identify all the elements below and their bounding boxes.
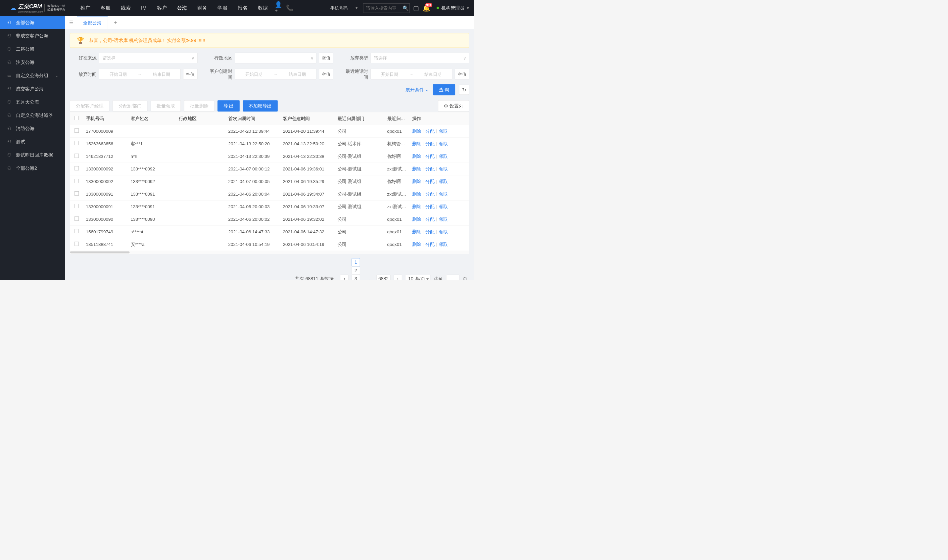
bell-icon[interactable]: 🔔99+ [422, 4, 430, 12]
nav-item-报名[interactable]: 报名 [234, 0, 251, 16]
assign-link[interactable]: 分配 [425, 241, 434, 247]
assign-link[interactable]: 分配 [425, 141, 434, 147]
delete-link[interactable]: 删除 [412, 153, 421, 159]
row-checkbox[interactable] [74, 191, 79, 195]
assign-link[interactable]: 分配 [425, 216, 434, 222]
claim-link[interactable]: 领取 [439, 191, 448, 197]
filter-create-time-range[interactable]: 开始日期~结束日期 [235, 69, 316, 79]
delete-link[interactable]: 删除 [412, 229, 421, 235]
tab-all-public[interactable]: 全部公海 [77, 16, 108, 29]
assign-link[interactable]: 分配 [425, 166, 434, 172]
assign-link[interactable]: 分配 [425, 229, 434, 235]
delete-link[interactable]: 删除 [412, 241, 421, 247]
per-page-select[interactable]: 10 条/页 [405, 275, 430, 280]
assign-link[interactable]: 分配 [425, 178, 434, 185]
sidebar-item[interactable]: ⚇测试昨日回库数据 [0, 148, 65, 162]
filter-source-select[interactable]: 请选择 [99, 52, 197, 63]
user-menu[interactable]: 机构管理员 ▾ [437, 5, 469, 11]
horizontal-scrollbar[interactable] [70, 251, 469, 254]
row-checkbox[interactable] [74, 179, 79, 183]
assign-dept-button[interactable]: 分配到部门 [112, 100, 147, 112]
batch-claim-button[interactable]: 批量领取 [151, 100, 181, 112]
panel-toggle-icon[interactable]: ☰ [67, 18, 75, 26]
claim-link[interactable]: 领取 [439, 216, 448, 222]
select-all-checkbox[interactable] [74, 116, 79, 120]
filter-abandon-time-empty[interactable]: 空值 [183, 69, 197, 79]
filter-abandon-time-range[interactable]: 开始日期~结束日期 [99, 69, 180, 79]
nav-item-公海[interactable]: 公海 [174, 0, 191, 16]
refresh-button[interactable]: ↻ [459, 85, 469, 95]
nav-item-客服[interactable]: 客服 [97, 0, 114, 16]
search-type-select[interactable]: 手机号码 [327, 3, 360, 13]
nav-item-学服[interactable]: 学服 [214, 0, 231, 16]
sidebar-item[interactable]: ⚇消防公海 [0, 122, 65, 135]
add-tab-button[interactable]: ＋ [108, 19, 123, 26]
sidebar-item[interactable]: ⚇非成交客户公海 [0, 29, 65, 42]
nav-item-IM[interactable]: IM [137, 0, 150, 16]
filter-create-time-empty[interactable]: 空值 [319, 69, 333, 79]
claim-link[interactable]: 领取 [439, 128, 448, 134]
claim-link[interactable]: 领取 [439, 166, 448, 172]
delete-link[interactable]: 删除 [412, 178, 421, 185]
sidebar-item[interactable]: ⚇全部公海 [0, 16, 65, 29]
row-checkbox[interactable] [74, 217, 79, 221]
nav-item-推广[interactable]: 推广 [77, 0, 94, 16]
export-button[interactable]: 导 出 [217, 100, 240, 112]
sidebar-item[interactable]: ⚇测试 [0, 135, 65, 148]
filter-region-select[interactable] [235, 52, 316, 63]
row-checkbox[interactable] [74, 141, 79, 145]
row-checkbox[interactable] [74, 204, 79, 208]
nav-item-线索[interactable]: 线索 [117, 0, 134, 16]
search-icon[interactable]: 🔍 [403, 5, 409, 11]
delete-link[interactable]: 删除 [412, 141, 421, 147]
filter-abandon-type-select[interactable]: 请选择 [371, 52, 469, 63]
page-button[interactable]: 1 [352, 258, 360, 266]
search-input[interactable] [366, 5, 403, 11]
sidebar-item[interactable]: ▭自定义公海分组⌄ [0, 69, 65, 82]
expand-filters-link[interactable]: 展开条件 ⌄ [405, 87, 429, 93]
sidebar-item[interactable]: ⚇全部公海2 [0, 162, 65, 175]
assign-link[interactable]: 分配 [425, 191, 434, 197]
filter-call-time-range[interactable]: 开始日期~结束日期 [371, 69, 452, 79]
claim-link[interactable]: 领取 [439, 153, 448, 159]
tablet-icon[interactable]: ▢ [413, 4, 419, 12]
row-checkbox[interactable] [74, 229, 79, 233]
filter-region-empty[interactable]: 空值 [319, 52, 333, 63]
sidebar-item[interactable]: ⚇二咨公海 [0, 42, 65, 55]
sidebar-item[interactable]: ⚇注安公海 [0, 55, 65, 69]
assign-link[interactable]: 分配 [425, 153, 434, 159]
assign-link[interactable]: 分配 [425, 203, 434, 209]
batch-delete-button[interactable]: 批量删除 [184, 100, 214, 112]
last-page-button[interactable]: 6882 [377, 275, 391, 280]
prev-page-button[interactable]: ‹ [340, 275, 349, 280]
claim-link[interactable]: 领取 [439, 203, 448, 209]
row-checkbox[interactable] [74, 242, 79, 246]
claim-link[interactable]: 领取 [439, 229, 448, 235]
next-page-button[interactable]: › [394, 275, 402, 280]
nav-item-数据[interactable]: 数据 [254, 0, 271, 16]
claim-link[interactable]: 领取 [439, 178, 448, 185]
filter-call-time-empty[interactable]: 空值 [455, 69, 469, 79]
claim-link[interactable]: 领取 [439, 241, 448, 247]
row-checkbox[interactable] [74, 154, 79, 158]
delete-link[interactable]: 删除 [412, 166, 421, 172]
phone-icon[interactable]: 📞 [286, 4, 294, 12]
sidebar-item[interactable]: ⚇自定义公海过滤器 [0, 109, 65, 122]
assign-manager-button[interactable]: 分配客户经理 [70, 100, 109, 112]
delete-link[interactable]: 删除 [412, 128, 421, 134]
claim-link[interactable]: 领取 [439, 141, 448, 147]
sidebar-item[interactable]: ⚇成交客户公海 [0, 82, 65, 95]
sidebar-item[interactable]: ⚇五月天公海 [0, 95, 65, 109]
page-button[interactable]: 3 [352, 275, 360, 280]
global-search[interactable]: 🔍 [363, 3, 410, 13]
jump-page-input[interactable] [446, 275, 459, 280]
query-button[interactable]: 查 询 [433, 84, 455, 95]
delete-link[interactable]: 删除 [412, 216, 421, 222]
delete-link[interactable]: 删除 [412, 203, 421, 209]
nav-item-客户[interactable]: 客户 [153, 0, 171, 16]
set-columns-button[interactable]: ⚙ 设置列 [438, 100, 469, 112]
add-user-icon[interactable]: 👤⁺ [275, 4, 283, 12]
row-checkbox[interactable] [74, 166, 79, 171]
page-button[interactable]: 2 [352, 266, 360, 275]
export-plain-button[interactable]: 不加密导出 [243, 100, 278, 112]
